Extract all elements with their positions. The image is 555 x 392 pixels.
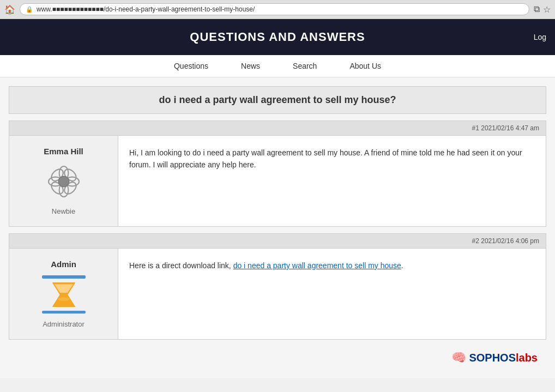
bookmark-icon[interactable]: ☆ bbox=[543, 4, 551, 15]
post-2-rank: Administrator bbox=[15, 320, 112, 328]
nav-item-about-us[interactable]: About Us bbox=[349, 62, 381, 70]
sophos-red-text: labs bbox=[516, 352, 538, 364]
browser-actions: ⧉ ☆ bbox=[534, 4, 551, 15]
post-2-link[interactable]: do i need a party wall agreement to sell… bbox=[233, 261, 401, 270]
nav-item-questions[interactable]: Questions bbox=[174, 62, 208, 70]
home-icon[interactable]: 🏠 bbox=[4, 4, 15, 15]
lock-icon: 🔒 bbox=[26, 6, 33, 13]
question-title: do i need a party wall agreement to sell… bbox=[159, 94, 396, 105]
nav-item-search[interactable]: Search bbox=[293, 62, 317, 70]
post-2-avatar bbox=[45, 275, 83, 313]
post-1-meta-text: #1 2021/02/16 4:47 am bbox=[472, 124, 539, 132]
question-title-bar: do i need a party wall agreement to sell… bbox=[9, 86, 546, 114]
post-1-author-col: Emma Hill bbox=[9, 136, 118, 226]
admin-bar-top bbox=[42, 275, 86, 279]
post-2: #2 2021/02/16 4:06 pm Admin bbox=[9, 233, 546, 340]
url-text: www.■■■■■■■■■■■■■/do-i-need-a-party-wall… bbox=[37, 5, 255, 13]
address-bar[interactable]: 🔒 www.■■■■■■■■■■■■■/do-i-need-a-party-wa… bbox=[20, 3, 529, 15]
hourglass-icon bbox=[47, 280, 80, 310]
flower-icon bbox=[45, 162, 83, 201]
post-2-content: Here is a direct download link, do i nee… bbox=[118, 249, 546, 339]
post-1-rank: Newbie bbox=[15, 207, 112, 215]
sophos-blue-text: SOPHOS bbox=[469, 352, 516, 364]
sophos-brain-icon: 🧠 bbox=[451, 351, 466, 364]
sophos-watermark: 🧠 SOPHOSlabs bbox=[9, 346, 546, 369]
site-nav: Questions News Search About Us bbox=[0, 55, 555, 77]
post-1: #1 2021/02/16 4:47 am Emma Hill bbox=[9, 120, 546, 227]
nav-item-news[interactable]: News bbox=[241, 62, 260, 70]
page-content: do i need a party wall agreement to sell… bbox=[0, 77, 555, 378]
post-2-author-col: Admin Administrat bbox=[9, 249, 118, 339]
svg-point-12 bbox=[58, 297, 70, 301]
login-link[interactable]: Log bbox=[534, 33, 546, 41]
post-2-body: Admin Administrat bbox=[9, 249, 546, 339]
admin-bar-bottom bbox=[42, 311, 86, 314]
post-1-meta: #1 2021/02/16 4:47 am bbox=[9, 121, 546, 136]
post-1-content: Hi, I am looking to do i need a party wa… bbox=[118, 136, 546, 226]
post-2-meta: #2 2021/02/16 4:06 pm bbox=[9, 234, 546, 249]
post-1-author-name: Emma Hill bbox=[15, 147, 112, 156]
post-2-text: Here is a direct download link, do i nee… bbox=[129, 260, 535, 272]
site-header: QUESTIONS AND ANSWERS Log bbox=[0, 19, 555, 55]
svg-point-8 bbox=[58, 176, 69, 187]
post-1-text: Hi, I am looking to do i need a party wa… bbox=[129, 147, 535, 171]
post-1-body: Emma Hill bbox=[9, 136, 546, 226]
post-2-text-after: . bbox=[401, 261, 403, 270]
svg-marker-10 bbox=[54, 284, 73, 293]
post-2-author-name: Admin bbox=[15, 260, 112, 269]
post-2-meta-text: #2 2021/02/16 4:06 pm bbox=[472, 237, 539, 245]
site-title: QUESTIONS AND ANSWERS bbox=[11, 30, 544, 44]
post-1-avatar bbox=[45, 162, 83, 201]
tab-icon[interactable]: ⧉ bbox=[534, 4, 540, 14]
browser-chrome: 🏠 🔒 www.■■■■■■■■■■■■■/do-i-need-a-party-… bbox=[0, 0, 555, 19]
post-2-text-before: Here is a direct download link, bbox=[129, 261, 233, 270]
